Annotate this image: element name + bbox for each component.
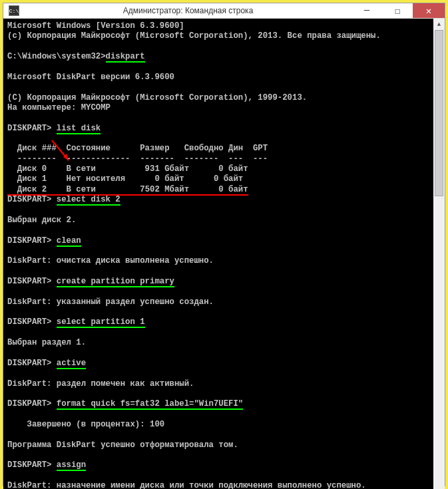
table-header: Диск ### Состояние Размер Свободно Дин G…: [7, 144, 268, 153]
terminal-output[interactable]: Microsoft Windows [Version 6.3.9600] (c)…: [3, 19, 433, 489]
text-line: Завершено (в процентах): 100: [7, 420, 164, 429]
cmd-icon: C:\: [9, 5, 19, 16]
window: C:\ Администратор: Командная строка ─ ☐ …: [3, 3, 445, 486]
text-line: (C) Корпорация Майкрософт (Microsoft Cor…: [7, 93, 307, 102]
scrollbar[interactable]: ▲ ▼: [433, 19, 445, 489]
prompt: DISKPART>: [7, 277, 57, 286]
text-line: Microsoft Windows [Version 6.3.9600]: [7, 21, 184, 31]
table-row: Диск 0 В сети 931 Gбайт 0 байт: [7, 164, 248, 174]
prompt: DISKPART>: [7, 124, 57, 133]
prompt: DISKPART>: [7, 359, 57, 368]
prompt: DISKPART>: [7, 317, 57, 327]
minimize-button[interactable]: ─: [351, 3, 382, 18]
prompt: DISKPART>: [7, 460, 57, 470]
text-line: (c) Корпорация Майкрософт (Microsoft Cor…: [7, 31, 381, 41]
table-row: Диск 1 Нет носителя 0 байт 0 байт: [7, 174, 243, 184]
text-line: Выбран раздел 1.: [7, 338, 86, 347]
text-line: DiskPart: раздел помечен как активный.: [7, 379, 194, 389]
window-buttons: ─ ☐ ✕: [351, 3, 445, 18]
prompt: C:\Windows\system32>: [7, 52, 106, 61]
cmd-assign: assign: [57, 460, 86, 471]
cmd-diskpart: diskpart: [106, 52, 145, 63]
cmd-select-partition: select partition 1: [57, 317, 145, 328]
cmd-create-partition: create partition primary: [57, 277, 174, 287]
window-title: Администратор: Командная строка: [25, 6, 351, 15]
cmd-select-disk: select disk 2: [57, 195, 120, 206]
terminal-container: Microsoft Windows [Version 6.3.9600] (c)…: [3, 19, 445, 489]
prompt: DISKPART>: [7, 236, 57, 245]
scroll-up-button[interactable]: ▲: [433, 19, 445, 30]
table-sep: -------- ------------- ------- ------- -…: [7, 154, 268, 164]
cmd-format: format quick fs=fat32 label="Win7UEFI": [57, 399, 243, 410]
close-button[interactable]: ✕: [413, 3, 445, 18]
prompt: DISKPART>: [7, 399, 57, 408]
text-line: На компьютере: MYCOMP: [7, 103, 111, 112]
text-line: Выбран диск 2.: [7, 216, 76, 225]
titlebar[interactable]: C:\ Администратор: Командная строка ─ ☐ …: [3, 3, 445, 19]
text-line: DiskPart: назначение имени диска или точ…: [7, 481, 366, 489]
text-line: DiskPart: очистка диска выполнена успешн…: [7, 256, 214, 265]
cmd-list-disk: list disk: [57, 124, 101, 134]
text-line: DiskPart: указанный раздел успешно созда…: [7, 297, 214, 307]
scroll-thumb[interactable]: [435, 30, 443, 196]
text-line: Microsoft DiskPart версии 6.3.9600: [7, 73, 174, 82]
maximize-button[interactable]: ☐: [382, 3, 413, 18]
cmd-clean: clean: [57, 236, 81, 247]
text-line: Программа DiskPart успешно отформатирова…: [7, 440, 238, 450]
table-row-selected: Диск 2 В сети 7502 Mбайт 0 байт: [7, 185, 248, 196]
cmd-active: active: [57, 359, 86, 369]
prompt: DISKPART>: [7, 195, 57, 204]
scroll-track[interactable]: [433, 30, 445, 489]
